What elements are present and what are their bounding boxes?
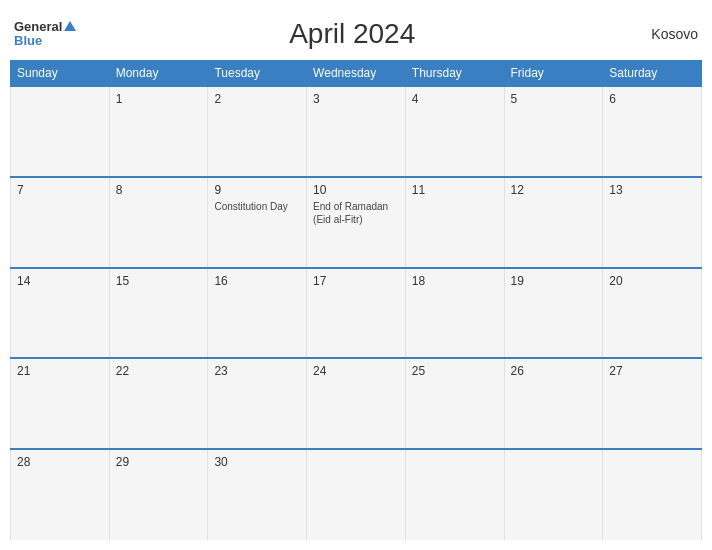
calendar-cell <box>307 449 406 540</box>
calendar-cell: 26 <box>504 358 603 449</box>
day-number: 20 <box>609 274 695 288</box>
calendar-cell: 20 <box>603 268 702 359</box>
day-number: 5 <box>511 92 597 106</box>
day-number: 12 <box>511 183 597 197</box>
weekday-monday: Monday <box>109 61 208 87</box>
weekday-thursday: Thursday <box>405 61 504 87</box>
weekday-saturday: Saturday <box>603 61 702 87</box>
calendar-title: April 2024 <box>76 18 628 50</box>
day-number: 2 <box>214 92 300 106</box>
calendar-cell: 7 <box>11 177 110 268</box>
day-number: 11 <box>412 183 498 197</box>
calendar-cell: 29 <box>109 449 208 540</box>
calendar-cell: 17 <box>307 268 406 359</box>
week-row-4: 282930 <box>11 449 702 540</box>
day-number: 21 <box>17 364 103 378</box>
day-number: 22 <box>116 364 202 378</box>
calendar-cell: 24 <box>307 358 406 449</box>
week-row-2: 14151617181920 <box>11 268 702 359</box>
calendar-cell: 19 <box>504 268 603 359</box>
calendar-cell: 8 <box>109 177 208 268</box>
calendar-cell: 10End of Ramadan (Eid al-Fitr) <box>307 177 406 268</box>
calendar-cell: 28 <box>11 449 110 540</box>
calendar-cell: 9Constitution Day <box>208 177 307 268</box>
day-number: 3 <box>313 92 399 106</box>
weekday-friday: Friday <box>504 61 603 87</box>
event-text: Constitution Day <box>214 200 300 213</box>
day-number: 29 <box>116 455 202 469</box>
calendar-cell: 15 <box>109 268 208 359</box>
weekday-header-row: SundayMondayTuesdayWednesdayThursdayFrid… <box>11 61 702 87</box>
day-number: 27 <box>609 364 695 378</box>
day-number: 8 <box>116 183 202 197</box>
weekday-wednesday: Wednesday <box>307 61 406 87</box>
calendar-cell <box>11 86 110 177</box>
calendar-cell <box>504 449 603 540</box>
day-number: 7 <box>17 183 103 197</box>
day-number: 18 <box>412 274 498 288</box>
day-number: 19 <box>511 274 597 288</box>
calendar-cell: 23 <box>208 358 307 449</box>
calendar-cell: 6 <box>603 86 702 177</box>
calendar-cell: 14 <box>11 268 110 359</box>
calendar-cell: 22 <box>109 358 208 449</box>
calendar-cell: 30 <box>208 449 307 540</box>
day-number: 24 <box>313 364 399 378</box>
day-number: 16 <box>214 274 300 288</box>
calendar-cell: 27 <box>603 358 702 449</box>
weekday-tuesday: Tuesday <box>208 61 307 87</box>
day-number: 25 <box>412 364 498 378</box>
calendar-cell: 5 <box>504 86 603 177</box>
calendar-cell: 16 <box>208 268 307 359</box>
logo-general: General <box>14 20 62 34</box>
week-row-0: 123456 <box>11 86 702 177</box>
calendar-cell: 3 <box>307 86 406 177</box>
day-number: 30 <box>214 455 300 469</box>
calendar-cell <box>603 449 702 540</box>
calendar-cell: 12 <box>504 177 603 268</box>
day-number: 15 <box>116 274 202 288</box>
event-text: End of Ramadan (Eid al-Fitr) <box>313 200 399 226</box>
day-number: 28 <box>17 455 103 469</box>
day-number: 23 <box>214 364 300 378</box>
calendar-cell: 1 <box>109 86 208 177</box>
week-row-1: 789Constitution Day10End of Ramadan (Eid… <box>11 177 702 268</box>
day-number: 1 <box>116 92 202 106</box>
weekday-sunday: Sunday <box>11 61 110 87</box>
calendar-cell: 2 <box>208 86 307 177</box>
logo-triangle-icon <box>64 21 76 31</box>
day-number: 10 <box>313 183 399 197</box>
day-number: 4 <box>412 92 498 106</box>
calendar-cell: 21 <box>11 358 110 449</box>
logo: General Blue <box>14 20 76 49</box>
calendar-header: General Blue April 2024 Kosovo <box>10 10 702 60</box>
calendar-cell: 11 <box>405 177 504 268</box>
calendar-cell: 4 <box>405 86 504 177</box>
day-number: 17 <box>313 274 399 288</box>
day-number: 9 <box>214 183 300 197</box>
country-label: Kosovo <box>628 26 698 42</box>
calendar-table: SundayMondayTuesdayWednesdayThursdayFrid… <box>10 60 702 540</box>
day-number: 13 <box>609 183 695 197</box>
calendar-cell: 25 <box>405 358 504 449</box>
day-number: 14 <box>17 274 103 288</box>
week-row-3: 21222324252627 <box>11 358 702 449</box>
calendar-cell: 18 <box>405 268 504 359</box>
logo-blue: Blue <box>14 34 76 48</box>
calendar-cell: 13 <box>603 177 702 268</box>
calendar-cell <box>405 449 504 540</box>
day-number: 6 <box>609 92 695 106</box>
day-number: 26 <box>511 364 597 378</box>
